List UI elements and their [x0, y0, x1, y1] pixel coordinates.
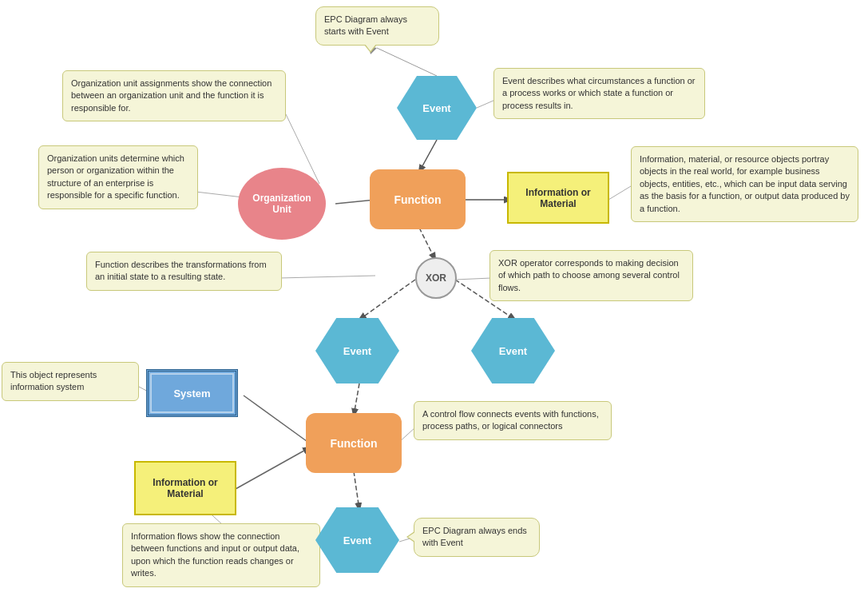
- event-top-node: Event: [397, 76, 477, 140]
- svg-line-10: [354, 471, 359, 510]
- annotation-xor-desc: XOR operator corresponds to making decis…: [489, 250, 693, 301]
- annotation-event-desc: Event describes what circumstances a fun…: [493, 68, 705, 119]
- info-material-bottom-node: Information or Material: [134, 461, 236, 515]
- annotation-info-flow-desc: Information flows show the connection be…: [122, 523, 320, 587]
- svg-line-0: [377, 48, 437, 76]
- function-bottom-node: Function: [306, 413, 402, 473]
- annotation-org-unit-assignments: Organization unit assignments show the c…: [62, 70, 286, 121]
- function-main-node: Function: [370, 169, 466, 229]
- svg-line-1: [419, 140, 437, 172]
- annotation-system-desc: This object represents information syste…: [2, 362, 139, 401]
- info-material-top-node: Information or Material: [507, 172, 609, 224]
- event-bottom-node: Event: [315, 507, 399, 573]
- annotation-function-desc: Function describes the transformations f…: [86, 252, 282, 291]
- annotation-info-material-desc: Information, material, or resource objec…: [631, 146, 858, 222]
- event-left-node: Event: [315, 318, 399, 383]
- annotation-epc-start: EPC Diagram always starts with Event: [315, 6, 439, 46]
- annotation-org-unit-desc: Organization units determine which perso…: [38, 145, 198, 209]
- svg-line-15: [279, 276, 375, 278]
- annotation-epc-end: EPC Diagram always ends with Event: [414, 518, 540, 557]
- svg-line-16: [455, 278, 491, 280]
- system-node: System: [146, 369, 238, 417]
- svg-line-8: [244, 395, 310, 443]
- svg-line-13: [477, 100, 495, 108]
- svg-line-7: [354, 383, 359, 415]
- annotation-control-flow-desc: A control flow connects events with func…: [414, 401, 612, 440]
- org-unit-node: Organization Unit: [238, 168, 326, 240]
- diagram-container: EPC Diagram always starts with Event Org…: [0, 0, 868, 608]
- svg-line-4: [419, 228, 435, 260]
- svg-line-5: [359, 280, 415, 320]
- xor-node: XOR: [415, 257, 457, 299]
- event-right-node: Event: [471, 318, 555, 383]
- svg-line-9: [236, 447, 310, 489]
